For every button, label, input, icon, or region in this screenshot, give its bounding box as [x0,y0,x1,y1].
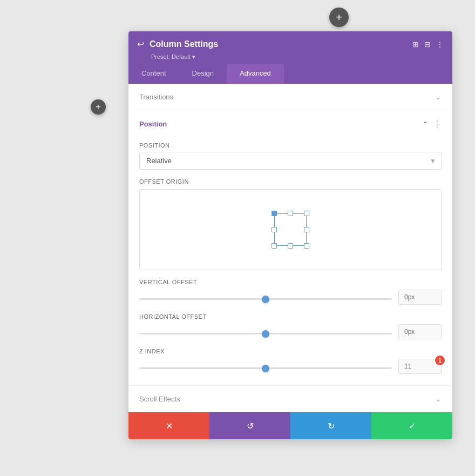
z-index-section: Z Index 1 [139,348,442,374]
redo-icon: ↻ [328,421,335,431]
position-chevron: ⌃ [422,120,429,129]
origin-handle-mr[interactable] [304,227,309,232]
origin-handle-bl[interactable] [272,243,277,249]
add-button-top[interactable]: + [329,8,349,27]
horizontal-offset-label: Horizontal Offset [139,313,442,320]
position-more-icon[interactable]: ⋮ [433,119,442,129]
position-section: Position ⌃ ⋮ Position Default Relative A… [128,110,452,385]
header-right: ⊞ ⊟ ⋮ [412,40,444,49]
scroll-effects-header[interactable]: Scroll Effects ⌄ [128,386,452,412]
panel-content: Transitions ⌄ Position ⌃ ⋮ Position Defa… [128,84,452,412]
vertical-offset-input-wrapper [398,290,442,305]
panel-header: ↩ Column Settings ⊞ ⊟ ⋮ Preset: Default … [128,31,452,64]
transitions-section: Transitions ⌄ [128,84,452,110]
tab-design[interactable]: Design [179,64,227,84]
offset-origin-box [139,189,442,270]
confirm-button[interactable]: ✓ [371,412,452,439]
position-icons: ⌃ ⋮ [422,119,442,129]
position-select-wrapper: Default Relative Absolute Fixed ▼ [139,152,442,170]
panel-title: Column Settings [150,39,218,49]
tab-content[interactable]: Content [128,64,179,84]
z-index-slider-container [139,361,392,371]
tabs-bar: Content Design Advanced [128,64,452,84]
vertical-offset-slider[interactable] [139,298,392,300]
scroll-effects-section: Scroll Effects ⌄ [128,385,452,412]
vertical-offset-slider-container [139,292,392,302]
transitions-header[interactable]: Transitions ⌄ [128,84,452,110]
origin-handle-bm[interactable] [288,243,293,249]
scroll-effects-title: Scroll Effects [139,395,180,403]
undo-button[interactable]: ↺ [209,412,290,439]
horizontal-offset-section: Horizontal Offset [139,313,442,339]
z-index-label: Z Index [139,348,442,354]
plus-icon-left: + [96,102,100,112]
header-top: ↩ Column Settings ⊞ ⊟ ⋮ [137,39,444,49]
origin-handle-tr[interactable] [304,211,309,216]
offset-origin-diagram [263,203,317,257]
offset-origin-label: Offset Origin [139,178,442,185]
confirm-icon: ✓ [409,421,416,431]
plus-icon-top: + [336,11,342,24]
position-body: Position Default Relative Absolute Fixed… [128,138,452,385]
horizontal-offset-slider[interactable] [139,333,392,334]
column-settings-panel: ↩ Column Settings ⊞ ⊟ ⋮ Preset: Default … [128,31,452,439]
position-title: Position [139,120,167,128]
cancel-icon: ✕ [166,421,173,431]
vertical-offset-label: Vertical Offset [139,279,442,285]
origin-rect [274,213,307,246]
z-index-row: 1 [139,359,442,374]
transitions-chevron: ⌄ [435,92,442,101]
columns-icon[interactable]: ⊟ [424,40,431,49]
cancel-button[interactable]: ✕ [128,412,209,439]
undo-icon: ↺ [247,421,254,431]
scroll-effects-chevron: ⌄ [435,394,442,403]
expand-icon[interactable]: ⊞ [412,40,419,49]
position-header[interactable]: Position ⌃ ⋮ [128,110,452,138]
panel-footer: ✕ ↺ ↻ ✓ [128,412,452,439]
transitions-title: Transitions [139,93,173,101]
more-icon[interactable]: ⋮ [436,40,444,49]
position-select[interactable]: Default Relative Absolute Fixed [139,152,442,170]
vertical-offset-input[interactable] [398,290,442,305]
horizontal-offset-input-wrapper [398,324,442,339]
origin-handle-tl[interactable] [272,211,277,216]
horizontal-offset-input[interactable] [398,324,442,339]
position-field-label: Position [139,142,442,149]
back-icon[interactable]: ↩ [137,39,144,49]
horizontal-offset-row [139,324,442,339]
add-button-left[interactable]: + [91,99,106,115]
vertical-offset-row [139,290,442,305]
z-index-input-wrapper: 1 [398,359,442,374]
z-index-badge: 1 [435,356,445,365]
tab-advanced[interactable]: Advanced [227,64,284,84]
origin-handle-tm[interactable] [288,211,293,216]
redo-button[interactable]: ↻ [290,412,371,439]
horizontal-offset-slider-container [139,327,392,337]
preset-label[interactable]: Preset: Default ▾ [151,53,444,64]
origin-handle-br[interactable] [304,243,309,249]
z-index-slider[interactable] [139,367,392,369]
origin-handle-ml[interactable] [272,227,277,232]
header-left: ↩ Column Settings [137,39,218,49]
vertical-offset-section: Vertical Offset [139,279,442,305]
